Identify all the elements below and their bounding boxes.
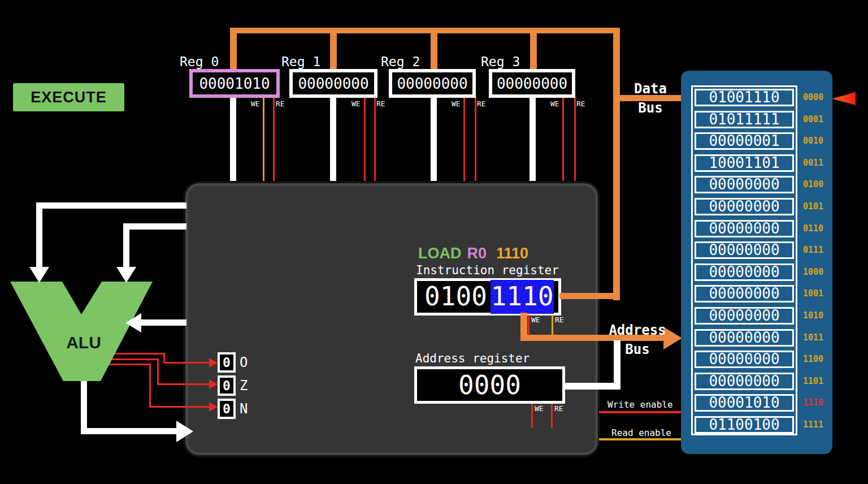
address-register-label: Address register — [415, 352, 530, 365]
ir-re-line — [552, 315, 553, 336]
reg1-label: Reg_1 — [281, 54, 320, 69]
reg0-re-line — [273, 97, 275, 188]
memory-cell: 00001010 — [695, 394, 794, 412]
flag-z-label: Z — [240, 378, 248, 394]
reg3-we-line — [562, 97, 564, 188]
arrow-down-icon — [29, 267, 49, 283]
memory-cell: 00000000 — [695, 198, 794, 215]
flag-o-wire — [113, 353, 165, 355]
data-bus-top-wire — [231, 28, 619, 33]
memory-address: 1010 — [803, 311, 834, 320]
memory-cell: 00000000 — [695, 263, 794, 281]
ir-we-line — [528, 315, 530, 336]
data-bus-vertical-wire — [613, 28, 620, 300]
alu-input-b-wire — [123, 223, 186, 230]
read-enable-label: Read enable — [611, 427, 671, 438]
memory-address: 1101 — [803, 377, 834, 386]
ar-we-label: WE — [535, 405, 544, 413]
alu-label: ALU — [62, 333, 105, 352]
reg2-data-wire — [431, 96, 437, 187]
memory-address: 0000 — [803, 93, 834, 102]
read-enable-line — [599, 438, 682, 440]
memory-cell: 00000000 — [695, 329, 794, 347]
reg1-we-label: WE — [351, 100, 361, 108]
ar-re-line — [551, 404, 553, 428]
reg0-data-wire — [230, 96, 236, 187]
flag-o-value: 0 — [223, 355, 231, 370]
ir-data-bus-stub-wire — [559, 293, 614, 299]
reg1-re-line — [374, 97, 376, 188]
flag-n-box: 0 — [218, 399, 236, 419]
memory-cell: 00000000 — [695, 176, 794, 193]
arrow-down-icon — [116, 267, 136, 283]
alu-output-wire — [81, 428, 178, 434]
reg3-re-label: RE — [576, 100, 585, 108]
reg1-data-wire — [330, 96, 336, 187]
memory-cell: 00000000 — [695, 307, 794, 325]
address-bus-label-line1: Address — [607, 322, 668, 338]
reg0-we-line — [263, 97, 264, 188]
address-register-box: 0000 — [414, 366, 565, 404]
instruction-address-operand: 1110 — [496, 245, 528, 262]
memory-cell: 00000000 — [695, 285, 794, 302]
flag-n-wire — [106, 364, 151, 365]
flag-z-wire — [157, 383, 211, 385]
memory-address: 0110 — [803, 224, 834, 233]
reg2-re-line — [475, 97, 476, 188]
current-instruction: LOAD R0 1110 — [418, 245, 528, 262]
reg1-value: 00000000 — [298, 75, 368, 92]
data-bus-label-line1: Data — [620, 81, 680, 97]
flag-n-label: N — [240, 401, 248, 417]
reg3-re-line — [574, 97, 576, 188]
reg1-we-line — [364, 97, 366, 188]
reg2-re-label: RE — [477, 100, 486, 108]
flag-n-wire — [149, 364, 151, 407]
flag-z-wire — [109, 358, 159, 360]
address-register-value: 0000 — [458, 370, 521, 400]
instruction-register-operand-bits: 1110 — [491, 280, 554, 314]
reg2-we-line — [463, 97, 465, 188]
instruction-opcode: LOAD — [418, 245, 462, 262]
data-bus-drop-reg3-wire — [530, 28, 537, 72]
alu-output-wire — [81, 373, 87, 432]
memory-address: 1011 — [803, 333, 834, 342]
flag-z-wire — [157, 358, 159, 384]
phase-badge: EXECUTE — [13, 83, 124, 111]
memory-cell: 01001110 — [695, 89, 794, 106]
data-bus-drop-reg2-wire — [431, 28, 437, 72]
reg2-value-box: 00000000 — [389, 69, 476, 98]
memory-cell: 00000000 — [695, 351, 794, 368]
data-bus-drop-reg1-wire — [330, 28, 337, 72]
instruction-register-label: Instruction register — [416, 263, 559, 277]
memory-address: 0001 — [803, 115, 834, 124]
reg1-re-label: RE — [376, 100, 385, 108]
memory-address: 1100 — [803, 355, 834, 364]
ir-re-label: RE — [555, 316, 564, 324]
reg2-we-label: WE — [452, 100, 461, 108]
memory-address: 0100 — [803, 180, 834, 189]
alu-control-wire — [140, 319, 186, 326]
memory-pointer-icon — [832, 92, 856, 105]
alu-input-b-wire — [123, 223, 129, 268]
write-enable-label: Write enable — [607, 399, 673, 410]
reg1-value-box: 00000000 — [289, 69, 377, 98]
memory-cell: 00000000 — [695, 220, 794, 237]
reg3-label: Reg_3 — [481, 54, 520, 69]
operand-drop-wire — [520, 313, 527, 338]
flag-o-label: O — [240, 355, 248, 370]
memory-cell: 00000001 — [695, 132, 794, 150]
ar-we-line — [531, 404, 533, 428]
memory-cell: 00000000 — [695, 373, 794, 390]
memory-address-active: 1110 — [803, 398, 834, 407]
memory-address: 0011 — [803, 158, 834, 167]
address-register-output-wire — [563, 383, 620, 390]
flag-n-wire — [149, 406, 211, 408]
memory-address: 0010 — [803, 136, 834, 145]
reg0-label: Reg_0 — [180, 54, 219, 69]
cpu-simulator-diagram: Reg_0 Reg_1 Reg_2 Reg_3 00001010 0000000… — [0, 0, 868, 484]
memory-cell: 01100100 — [695, 416, 794, 434]
flag-o-wire — [163, 362, 211, 364]
data-bus-label: Data Bus — [620, 81, 680, 116]
address-bus-label-line2: Bus — [607, 342, 668, 357]
reg0-value-box: 00001010 — [189, 69, 280, 98]
